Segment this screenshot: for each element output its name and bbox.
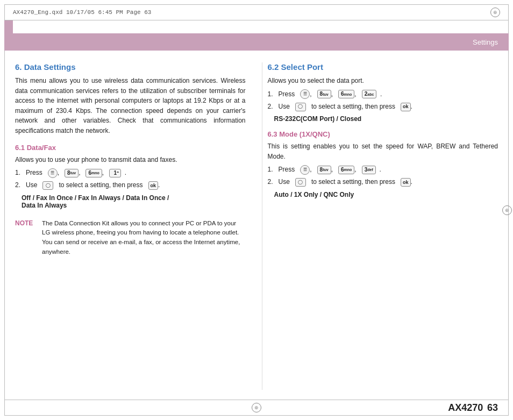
key-6mno-2: 6mno — [338, 90, 354, 98]
step-1: 1. Press ☰, 8tuv, 6mno, 1𝄼 . — [15, 168, 246, 178]
note-section: NOTE The Data Connection Kit allows you … — [15, 219, 246, 257]
sub-section-2-options: RS-232C(COM Port) / Closed — [274, 115, 498, 123]
step-2-1: 1. Press ☰, 8tuv, 6mno, 2abc . — [268, 89, 498, 99]
right-column: 6.2 Select Port Allows you to select the… — [262, 62, 498, 390]
key-ok-3: ok — [401, 178, 411, 187]
step-2: 2. Use ◯ to select a setting, then press… — [15, 180, 246, 190]
step-2-2-middle: to select a setting, then press — [311, 103, 395, 110]
sub-section-3-title: 6.3 Mode (1X/QNC) — [268, 130, 498, 138]
step-2-2-num: 2. — [268, 103, 277, 110]
step-2-middle: to select a setting, then press — [59, 181, 142, 189]
key-nav-3: ◯ — [295, 178, 306, 187]
bottom-reg-mark: ⊕ — [252, 403, 261, 412]
key-2abc-1: 2abc — [362, 90, 377, 98]
key-menu-2: ☰ — [300, 89, 310, 99]
sub-section-1-steps: 1. Press ☰, 8tuv, 6mno, 1𝄼 . 2. Use ◯ to — [15, 168, 246, 190]
step-2-use-label: Use — [26, 181, 37, 189]
main-section-title: 6. Data Settings — [15, 62, 246, 72]
sub-section-3-options: Auto / 1X Only / QNC Only — [274, 191, 498, 198]
step-3-2-middle: to select a setting, then press — [311, 178, 395, 186]
key-3def-1: 3def — [362, 166, 376, 174]
sub-section-3-intro: This is setting enables you to set the s… — [268, 141, 498, 161]
key-ok-1: ok — [148, 181, 159, 190]
key-ok-2: ok — [401, 103, 411, 111]
sub-section-2-title: 6.2 Select Port — [268, 62, 498, 72]
left-column: 6. Data Settings This menu allows you to… — [15, 62, 262, 390]
main-content: 6. Data Settings This menu allows you to… — [4, 54, 509, 398]
key-nav-1: ◯ — [42, 181, 53, 190]
step-3-1-press: Press — [279, 166, 295, 173]
header-title: Settings — [473, 38, 498, 46]
step-3-1: 1. Press ☰, 8tuv, 6mno, 3def . — [268, 165, 498, 175]
step-3-2-num: 2. — [268, 178, 277, 186]
step-2-num: 2. — [15, 181, 24, 189]
note-text: The Data Connection Kit allows you to co… — [42, 219, 246, 257]
page-number-label: AX4270 63 — [446, 402, 498, 414]
sub-section-3-steps: 1. Press ☰, 8tuv, 6mno, 3def . 2. Use ◯ … — [268, 165, 498, 187]
step-2-2: 2. Use ◯ to select a setting, then press… — [268, 102, 498, 112]
key-8tuv-3: 8tuv — [317, 166, 331, 174]
left-accent-bar — [4, 20, 13, 33]
sub-section-1-options: Off / Fax In Once / Fax In Always / Data… — [22, 194, 246, 209]
step-1-num: 1. — [15, 169, 24, 176]
header-band: Settings — [4, 33, 509, 51]
main-section-body: This menu allows you to use wireless dat… — [15, 76, 246, 136]
step-3-2-use: Use — [279, 178, 290, 186]
sub-section-1-title: 6.1 Data/Fax — [15, 144, 246, 152]
key-nav-2: ◯ — [295, 103, 306, 111]
step-2-1-num: 1. — [268, 90, 277, 98]
key-8tuv-2: 8tuv — [317, 90, 331, 98]
top-reg-mark: ⊕ — [490, 8, 500, 17]
note-label: NOTE — [15, 219, 38, 257]
file-info: AX4270_Eng.qxd 10/17/05 6:45 PM Page 63 — [13, 9, 151, 16]
top-bar: AX4270_Eng.qxd 10/17/05 6:45 PM Page 63 … — [4, 4, 509, 20]
step-2-2-use: Use — [279, 103, 290, 110]
sub-section-1-intro: Allows you to use your phone to transmit… — [15, 155, 246, 165]
key-8tuv-1: 8tuv — [65, 169, 79, 177]
key-6mno-3: 6mno — [338, 166, 354, 174]
model-name: AX4270 — [448, 402, 483, 413]
page-num-value: 63 — [487, 402, 498, 413]
step-2-1-press: Press — [279, 90, 295, 98]
key-1-1: 1𝄼 — [109, 169, 121, 177]
key-6mno-1: 6mno — [86, 169, 102, 177]
key-menu-3: ☰ — [300, 165, 310, 175]
sub-section-2-intro: Allows you to select the data port. — [268, 76, 498, 86]
key-menu-1: ☰ — [48, 168, 58, 178]
step-1-press-label: Press — [26, 169, 42, 176]
step-3-1-num: 1. — [268, 166, 277, 173]
step-3-2: 2. Use ◯ to select a setting, then press… — [268, 177, 498, 187]
sub-section-2-steps: 1. Press ☰, 8tuv, 6mno, 2abc . 2. Use ◯ … — [268, 89, 498, 112]
